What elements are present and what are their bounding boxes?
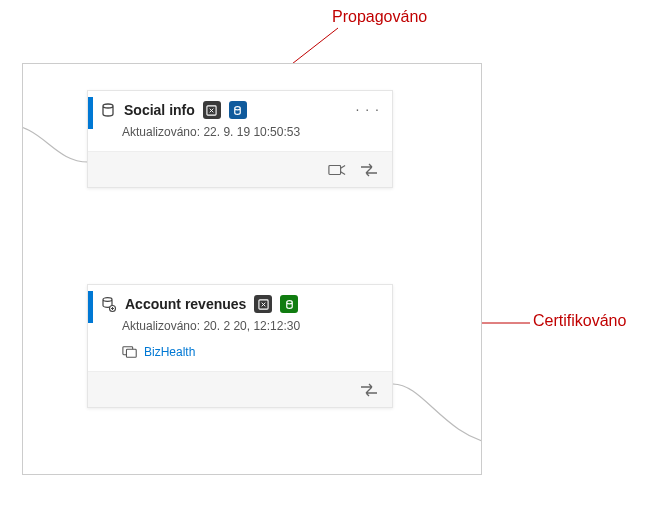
card-account-revenues[interactable]: Account revenues Aktualizováno: 20. 2 20… [87, 284, 393, 408]
card-title: Account revenues [125, 296, 246, 312]
lineage-icon[interactable] [360, 163, 378, 177]
card-title: Social info [124, 102, 195, 118]
promoted-icon [229, 101, 247, 119]
card-header: Account revenues [88, 285, 392, 313]
dataset-icon [100, 102, 116, 118]
workspace-icon [122, 345, 138, 359]
card-header: Social info · · · [88, 91, 392, 119]
dataset-shared-icon [100, 296, 117, 313]
card-footer [88, 371, 392, 407]
card-updated: Aktualizováno: 20. 2 20, 12:12:30 [110, 313, 392, 345]
svg-rect-3 [329, 165, 341, 174]
card-footer [88, 151, 392, 187]
certified-icon [280, 295, 298, 313]
share-icon[interactable] [328, 162, 346, 178]
sensitivity-label-icon [254, 295, 272, 313]
lineage-icon[interactable] [360, 383, 378, 397]
card-social-info[interactable]: Social info · · · Aktualizováno: 22. 9. … [87, 90, 393, 188]
card-workspace-link-row: BizHealth [110, 345, 392, 371]
lineage-canvas: Social info · · · Aktualizováno: 22. 9. … [22, 63, 482, 475]
more-options-button[interactable]: · · · [356, 101, 380, 117]
sensitivity-label-icon [203, 101, 221, 119]
workspace-link[interactable]: BizHealth [144, 345, 195, 359]
svg-rect-7 [126, 349, 136, 357]
card-updated: Aktualizováno: 22. 9. 19 10:50:53 [110, 119, 392, 151]
